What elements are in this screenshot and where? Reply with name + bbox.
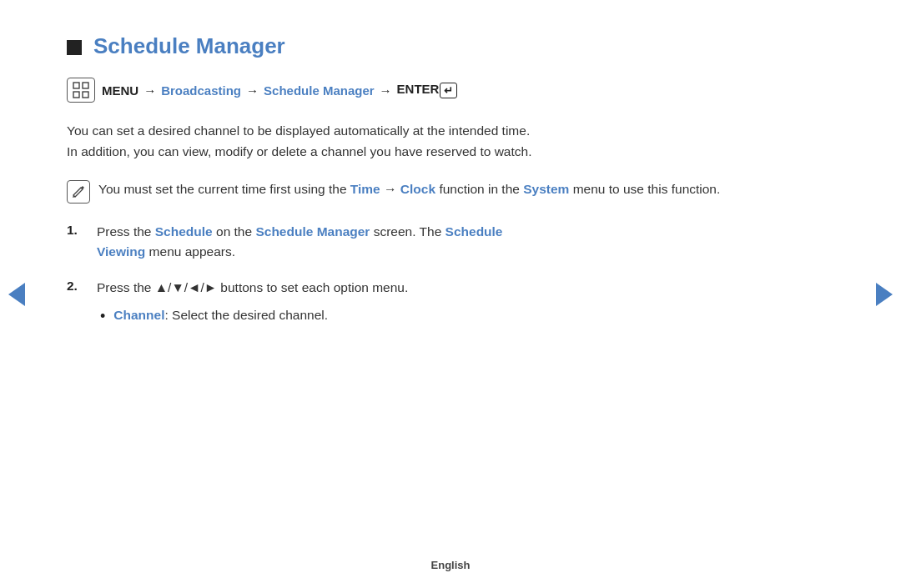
step-1-number: 1. — [67, 222, 87, 238]
schedule-link-1[interactable]: Schedule — [155, 224, 213, 239]
footer: English — [431, 559, 471, 571]
svg-rect-0 — [73, 83, 79, 88]
nav-prev-button[interactable] — [8, 283, 25, 306]
breadcrumb-arrow-1: → — [143, 83, 156, 98]
step-2-number: 2. — [67, 278, 87, 294]
pencil-icon — [71, 184, 86, 199]
channel-item-text: Channel: Select the desired channel. — [113, 305, 328, 326]
svg-rect-1 — [83, 83, 88, 88]
sub-list: • Channel: Select the desired channel. — [100, 305, 408, 329]
clock-link[interactable]: Clock — [400, 182, 435, 196]
step-2-text: Press the ▲/▼/◄/► buttons to set each op… — [97, 280, 408, 294]
channel-link[interactable]: Channel — [113, 308, 164, 322]
title-square-icon — [67, 40, 82, 55]
step-1: 1. Press the Schedule on the Schedule Ma… — [67, 222, 834, 264]
bullet-icon: • — [100, 304, 105, 329]
step-2: 2. Press the ▲/▼/◄/► buttons to set each… — [67, 278, 834, 329]
schedule-manager-link[interactable]: Schedule Manager — [255, 224, 370, 239]
description-text: You can set a desired channel to be disp… — [67, 121, 834, 163]
title-row: Schedule Manager — [67, 33, 834, 59]
enter-text: ENTER — [397, 82, 440, 96]
page-container: Schedule Manager MENU → Broadcasting → S… — [0, 0, 901, 588]
menu-label: MENU — [102, 83, 138, 98]
sub-list-item-channel: • Channel: Select the desired channel. — [100, 305, 408, 329]
breadcrumb-schedule-manager[interactable]: Schedule Manager — [264, 83, 375, 98]
time-link[interactable]: Time — [350, 182, 380, 196]
step-2-content: Press the ▲/▼/◄/► buttons to set each op… — [97, 278, 408, 329]
enter-label: ENTER↵ — [397, 82, 458, 98]
breadcrumb-arrow-2: → — [246, 83, 259, 98]
note-icon — [67, 180, 90, 204]
svg-rect-2 — [73, 92, 79, 98]
page-title: Schedule Manager — [93, 33, 285, 59]
breadcrumb: MENU → Broadcasting → Schedule Manager →… — [67, 78, 834, 103]
menu-svg-icon — [73, 82, 89, 98]
menu-icon — [67, 78, 95, 103]
system-link[interactable]: System — [523, 182, 569, 196]
breadcrumb-arrow-3: → — [380, 83, 392, 98]
nav-next-button[interactable] — [876, 283, 893, 306]
note-text: You must set the current time first usin… — [98, 179, 720, 200]
footer-language: English — [431, 559, 471, 571]
steps-list: 1. Press the Schedule on the Schedule Ma… — [67, 222, 834, 329]
svg-rect-3 — [83, 92, 88, 98]
note-row: You must set the current time first usin… — [67, 179, 834, 204]
breadcrumb-broadcasting[interactable]: Broadcasting — [161, 83, 241, 98]
step-1-text: Press the Schedule on the Schedule Manag… — [97, 222, 503, 264]
enter-icon-bracket: ↵ — [440, 83, 457, 98]
